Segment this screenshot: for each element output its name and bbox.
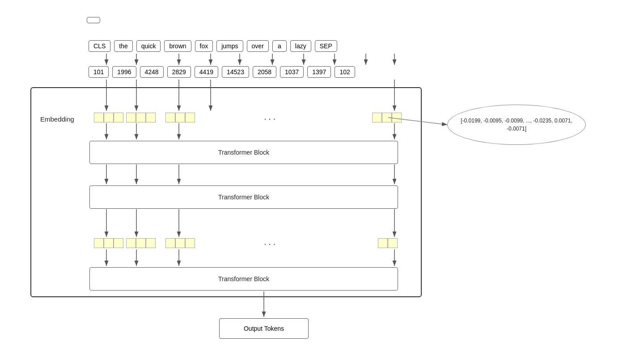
callout-text: [-0.0199, -0.0095, -0.0099, ..., -0.0235… — [461, 117, 572, 133]
token-a: a — [272, 40, 287, 52]
embedding-dots: ... — [264, 111, 277, 122]
emb-cell — [94, 113, 104, 122]
emb-group-last — [372, 113, 402, 122]
emb-group-1 — [94, 113, 123, 122]
id-1397: 1397 — [307, 66, 331, 78]
embedding-label: Embedding — [40, 115, 74, 123]
out-emb-group-1 — [94, 238, 123, 248]
id-1037: 1037 — [280, 66, 304, 78]
emb-cell — [126, 238, 136, 248]
emb-cell — [165, 113, 175, 122]
output-tokens-box: Output Tokens — [219, 318, 309, 339]
emb-cell — [185, 238, 195, 248]
token-brown: brown — [164, 40, 191, 52]
token-quick: quick — [136, 40, 161, 52]
embedding-callout: [-0.0199, -0.0095, -0.0099, ..., -0.0235… — [447, 105, 586, 145]
emb-cell — [175, 238, 185, 248]
diagram-container: CLS the quick brown fox jumps over a laz… — [0, 0, 644, 354]
id-4419: 4419 — [195, 66, 218, 78]
output-embedding-dots: ... — [264, 236, 277, 248]
emb-cell — [114, 113, 123, 122]
emb-cell — [175, 113, 185, 122]
emb-cell — [94, 238, 104, 248]
emb-cell — [136, 238, 146, 248]
transformer-block-1: Transformer Block — [89, 141, 398, 164]
out-emb-group-3 — [165, 238, 195, 248]
emb-cell — [114, 238, 123, 248]
out-emb-group-last — [378, 238, 398, 248]
emb-cell — [136, 113, 146, 122]
emb-cell — [146, 238, 156, 248]
id-1996: 1996 — [112, 66, 136, 78]
emb-group-3 — [165, 113, 195, 122]
input-row — [40, 17, 100, 23]
token-ids-row: 101 1996 4248 2829 4419 14523 2058 1037 … — [40, 66, 357, 78]
emb-cell — [126, 113, 136, 122]
token-sep: SEP — [315, 40, 337, 52]
id-4248: 4248 — [140, 66, 164, 78]
token-fox: fox — [195, 40, 213, 52]
emb-cell — [104, 113, 114, 122]
id-102: 102 — [335, 66, 355, 78]
out-emb-group-2 — [126, 238, 156, 248]
emb-cell — [378, 238, 388, 248]
tokens-row: CLS the quick brown fox jumps over a laz… — [40, 40, 339, 52]
token-lazy: lazy — [290, 40, 311, 52]
transformer-block-2: Transformer Block — [89, 185, 398, 209]
id-101: 101 — [89, 66, 109, 78]
emb-cell — [388, 238, 398, 248]
token-jumps: jumps — [216, 40, 243, 52]
emb-cell — [382, 113, 392, 122]
emb-cell — [372, 113, 382, 122]
token-the: the — [114, 40, 132, 52]
emb-group-2 — [126, 113, 156, 122]
emb-cell — [146, 113, 156, 122]
emb-cell — [165, 238, 175, 248]
token-over: over — [247, 40, 269, 52]
token-cls: CLS — [89, 40, 110, 52]
transformer-block-3: Transformer Block — [89, 267, 398, 291]
emb-cell — [392, 113, 402, 122]
id-2829: 2829 — [167, 66, 191, 78]
input-value — [87, 17, 100, 23]
emb-cell — [185, 113, 195, 122]
id-14523: 14523 — [222, 66, 249, 78]
emb-cell — [104, 238, 114, 248]
id-2058: 2058 — [253, 66, 276, 78]
